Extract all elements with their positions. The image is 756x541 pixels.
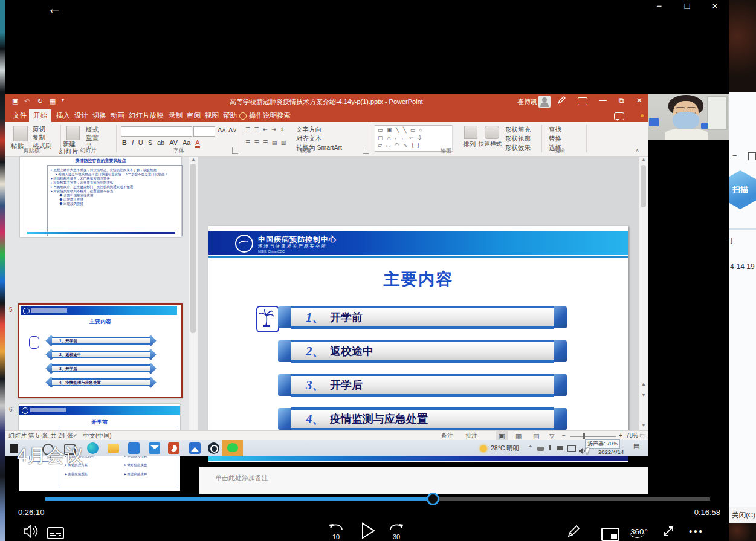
scroll-down-icon[interactable]: ▼ bbox=[639, 423, 648, 428]
ribbon-display-options-icon[interactable] bbox=[578, 97, 587, 105]
slideshow-view-icon[interactable]: ▽ bbox=[549, 431, 554, 441]
file-explorer-icon[interactable] bbox=[108, 444, 119, 453]
comments-toggle[interactable]: 批注 bbox=[465, 431, 477, 441]
replace-button[interactable]: 替换 bbox=[549, 135, 561, 143]
display-icon[interactable] bbox=[567, 445, 576, 452]
onedrive-cloud-icon[interactable] bbox=[537, 447, 544, 451]
underline-button[interactable]: U bbox=[138, 139, 143, 146]
zoom-slider[interactable] bbox=[570, 436, 616, 437]
bg-window-maximize-icon[interactable] bbox=[748, 152, 756, 160]
thumbnail-slide-5-selected[interactable]: 主要内容 1、开学前 2、返校途中 3、开学后 bbox=[18, 303, 183, 398]
italic-button[interactable]: I bbox=[132, 139, 134, 146]
avatar[interactable] bbox=[538, 96, 551, 108]
slide-scrollbar[interactable]: ▲ ▲ ▼ ▼ bbox=[639, 157, 648, 430]
previous-slide-icon[interactable]: ▲ bbox=[639, 381, 648, 387]
normal-view-icon[interactable]: ▣ bbox=[496, 431, 508, 441]
font-size-combo[interactable] bbox=[193, 126, 215, 137]
paragraph-dialog-launcher-icon[interactable] bbox=[363, 147, 369, 154]
quick-styles-button[interactable]: 快速样式 bbox=[479, 140, 502, 148]
edit-pencil-button[interactable] bbox=[567, 525, 580, 540]
play-button[interactable] bbox=[361, 522, 375, 541]
ppt-close-icon[interactable]: ✕ bbox=[632, 94, 647, 107]
copy-button[interactable]: 复制 bbox=[33, 134, 45, 142]
scan-badge[interactable]: 扫描 bbox=[729, 170, 756, 209]
change-case-button[interactable]: Aa bbox=[183, 139, 190, 146]
new-slide-icon[interactable] bbox=[66, 126, 80, 140]
volume-button[interactable] bbox=[23, 525, 39, 540]
bg-window-minimize-icon[interactable]: − bbox=[732, 151, 737, 160]
tray-date[interactable]: 2022/4/14 bbox=[598, 449, 624, 456]
shape-outline-button[interactable]: 形状轮廓 bbox=[505, 135, 531, 143]
collapse-ribbon-icon[interactable]: ˄ bbox=[636, 147, 639, 154]
thumbnail-panel-scrollbar[interactable]: ▲ bbox=[189, 157, 198, 430]
view-360-button[interactable]: 360° bbox=[630, 527, 648, 536]
mini-player-button[interactable] bbox=[601, 528, 619, 541]
context-menu-close-item[interactable]: 关闭(C) bbox=[729, 507, 756, 523]
next-slide-icon[interactable]: ▼ bbox=[639, 392, 648, 398]
account-name[interactable]: 崔博凯 bbox=[517, 97, 537, 106]
fit-to-window-icon[interactable]: ⬚ bbox=[639, 431, 645, 441]
seek-bar[interactable] bbox=[45, 497, 710, 501]
tray-expand-icon[interactable]: ⌃ bbox=[528, 440, 533, 456]
scrollbar-thumb[interactable] bbox=[641, 165, 646, 207]
arrange-icon[interactable] bbox=[464, 126, 477, 139]
weather-status[interactable]: 28°C 晴朗 bbox=[491, 440, 519, 456]
notes-placeholder[interactable]: 单击此处添加备注 bbox=[215, 473, 268, 482]
more-options-button[interactable]: ••• bbox=[689, 526, 704, 536]
align-icons[interactable]: ☰ ☰ ☰ ▤ ▥ bbox=[245, 139, 287, 146]
back-icon[interactable]: ← bbox=[47, 1, 62, 16]
language-status[interactable]: 中文(中国) bbox=[83, 431, 112, 441]
slide-sorter-view-icon[interactable]: ▦ bbox=[515, 431, 522, 441]
reading-view-icon[interactable]: ▤ bbox=[533, 431, 539, 441]
font-name-combo[interactable] bbox=[121, 126, 192, 137]
scrollbar-thumb[interactable] bbox=[190, 164, 196, 333]
clear-format-button[interactable]: ab bbox=[157, 139, 164, 146]
zoom-out-icon[interactable]: − bbox=[562, 431, 566, 441]
notes-toggle[interactable]: 备注 bbox=[441, 431, 453, 441]
slide-count[interactable]: 幻灯片 第 5 张, 共 24 张 bbox=[8, 431, 73, 441]
shrink-font-icon[interactable]: A˅ bbox=[228, 126, 237, 134]
zoom-slider-thumb[interactable] bbox=[583, 433, 585, 439]
comments-icon[interactable] bbox=[614, 112, 624, 120]
powerpoint-icon[interactable] bbox=[168, 442, 179, 454]
notes-pane[interactable]: 单击此处添加备注 bbox=[199, 467, 648, 494]
store-icon[interactable] bbox=[128, 442, 140, 454]
quick-styles-icon[interactable] bbox=[485, 126, 499, 139]
layout-button[interactable]: 版式 bbox=[86, 126, 99, 134]
ppt-restore-icon[interactable]: ⧉ bbox=[614, 94, 628, 107]
find-button[interactable]: 查找 bbox=[549, 126, 561, 134]
arrange-button[interactable]: 排列 bbox=[463, 140, 476, 149]
wechat-active-highlight[interactable] bbox=[222, 440, 243, 456]
spellcheck-icon[interactable]: ✓ bbox=[73, 431, 77, 441]
closed-captions-button[interactable] bbox=[47, 527, 64, 539]
char-spacing-button[interactable]: AV bbox=[169, 139, 178, 146]
strikethrough-button[interactable]: S bbox=[148, 139, 152, 146]
mail-icon[interactable] bbox=[149, 442, 160, 454]
maximize-button[interactable]: □ bbox=[679, 0, 695, 12]
tab-slideshow[interactable]: 幻灯片放映 bbox=[124, 109, 168, 122]
tab-help[interactable]: 帮助 bbox=[219, 109, 241, 122]
tell-me-search[interactable]: 操作说明搜索 bbox=[249, 109, 291, 122]
microphone-icon[interactable] bbox=[549, 445, 551, 450]
slide-canvas[interactable]: 中国疾病预防控制中心 环境与健康相关产品安全所 NIEH, China CDC … bbox=[208, 226, 628, 462]
bullet-indent-icons[interactable]: ☰ ☰ ⇤ ⇥ ⇕ bbox=[245, 126, 286, 133]
skip-back-button[interactable]: 10 bbox=[328, 521, 344, 539]
close-button[interactable]: × bbox=[707, 0, 723, 12]
font-dialog-launcher-icon[interactable] bbox=[232, 147, 238, 154]
action-center-icon[interactable]: ▤ bbox=[633, 442, 639, 450]
grow-font-icon[interactable]: A˄ bbox=[218, 126, 226, 134]
edge-icon[interactable] bbox=[87, 442, 99, 454]
shape-effects-button[interactable]: 形状效果 bbox=[505, 144, 531, 152]
ink-pen-icon[interactable] bbox=[557, 96, 566, 107]
cut-button[interactable]: 剪切 bbox=[33, 125, 45, 134]
tab-home[interactable]: 开始 bbox=[29, 109, 51, 122]
meeting-app-icon[interactable] bbox=[189, 442, 201, 454]
shape-fill-button[interactable]: 形状填充 bbox=[505, 126, 531, 134]
fullscreen-button[interactable] bbox=[662, 525, 675, 540]
bold-button[interactable]: B bbox=[122, 139, 127, 146]
align-text-button[interactable]: 对齐文本 bbox=[296, 135, 321, 143]
tab-file[interactable]: 文件 bbox=[8, 109, 31, 122]
skip-forward-button[interactable]: 30 bbox=[388, 521, 405, 539]
seek-handle[interactable] bbox=[427, 493, 439, 505]
scroll-up-icon[interactable]: ▲ bbox=[189, 157, 198, 162]
